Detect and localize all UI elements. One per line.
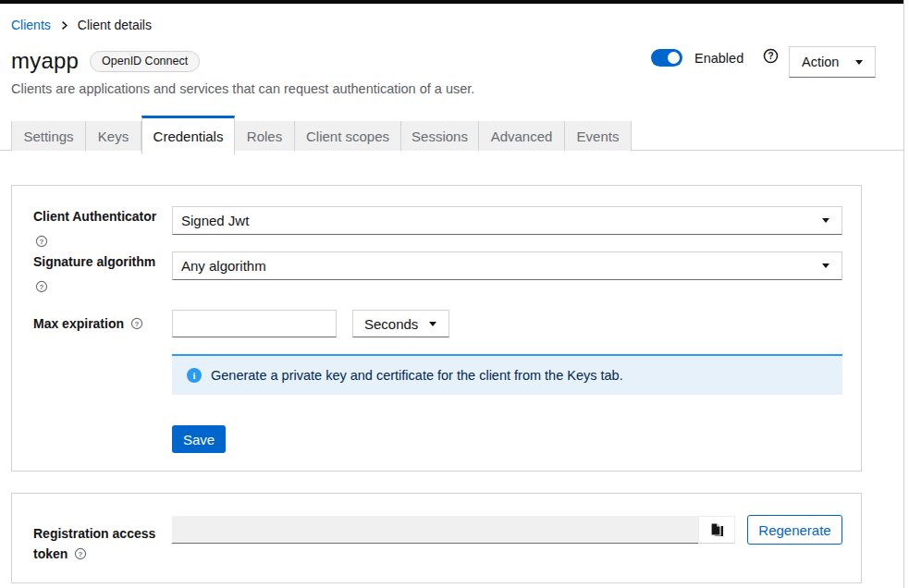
svg-text:?: ?	[40, 238, 44, 246]
registration-token-card: Registration access token ? Regenerate	[11, 493, 862, 583]
max-expiration-label: Max expiration	[33, 316, 124, 331]
enabled-help-icon[interactable]: ?	[763, 48, 779, 67]
registration-token-label-line2-row: token ?	[33, 544, 87, 564]
registration-token-label-line2: token	[33, 544, 68, 564]
client-authenticator-select[interactable]: Signed Jwt	[172, 206, 842, 235]
client-authenticator-label: Client Authenticator	[33, 209, 156, 224]
info-icon: i	[187, 368, 202, 383]
max-expiration-field-wrap	[172, 310, 337, 337]
max-expiration-unit-caret-icon	[429, 322, 436, 326]
svg-text:?: ?	[79, 550, 83, 558]
max-expiration-unit-value: Seconds	[364, 316, 418, 332]
svg-text:?: ?	[768, 51, 773, 61]
tab-credentials[interactable]: Credentials	[141, 116, 235, 154]
signature-algorithm-select[interactable]: Any algorithm	[172, 251, 842, 280]
tab-settings[interactable]: Settings	[11, 121, 86, 151]
toggle-knob	[668, 52, 680, 64]
svg-text:?: ?	[135, 320, 140, 328]
info-alert-text: Generate a private key and certificate f…	[211, 368, 623, 383]
breadcrumb: Clients Client details	[11, 18, 152, 32]
enabled-toggle[interactable]	[651, 49, 682, 67]
tab-roles[interactable]: Roles	[235, 121, 295, 151]
tab-events[interactable]: Events	[565, 121, 632, 151]
registration-token-readonly-input	[172, 516, 698, 544]
breadcrumb-clients-link[interactable]: Clients	[11, 18, 51, 32]
copy-button[interactable]	[698, 516, 735, 544]
signature-algorithm-caret-icon	[822, 263, 829, 268]
signature-algorithm-help-icon[interactable]: ?	[35, 280, 48, 293]
enabled-label: Enabled	[694, 51, 743, 66]
registration-token-help-icon[interactable]: ?	[74, 547, 87, 560]
max-expiration-unit-select[interactable]: Seconds	[352, 310, 449, 337]
page-subtitle: Clients are applications and services th…	[11, 81, 474, 96]
action-dropdown-label: Action	[802, 55, 839, 69]
tab-sessions[interactable]: Sessions	[401, 121, 479, 151]
client-details-page: Clients Client details myapp OpenID Conn…	[0, 0, 909, 588]
breadcrumb-current: Client details	[78, 18, 152, 32]
svg-text:?: ?	[40, 283, 44, 291]
regenerate-button[interactable]: Regenerate	[747, 515, 842, 545]
registration-token-input-group	[172, 516, 735, 544]
action-caret-icon	[855, 60, 863, 65]
tab-advanced[interactable]: Advanced	[479, 121, 565, 151]
save-button[interactable]: Save	[172, 425, 226, 453]
tab-client-scopes[interactable]: Client scopes	[295, 121, 401, 151]
credentials-card: Client Authenticator ? Signed Jwt Signat…	[11, 185, 862, 472]
max-expiration-input[interactable]	[181, 316, 327, 332]
tab-keys[interactable]: Keys	[86, 121, 141, 151]
action-dropdown[interactable]: Action	[789, 46, 876, 78]
client-tabs: Settings Keys Credentials Roles Client s…	[0, 116, 903, 151]
copy-icon	[710, 522, 724, 537]
signature-algorithm-label: Signature algorithm	[33, 254, 155, 269]
page-title: myapp	[11, 48, 79, 74]
page-header: myapp OpenID Connect	[11, 48, 200, 74]
info-alert: i Generate a private key and certificate…	[172, 354, 842, 395]
max-expiration-help-icon[interactable]: ?	[130, 317, 143, 330]
masthead-edge	[0, 0, 903, 4]
client-authenticator-help-icon[interactable]: ?	[35, 235, 48, 248]
client-authenticator-value: Signed Jwt	[181, 213, 249, 228]
page-right-border	[903, 0, 904, 588]
svg-text:i: i	[193, 371, 196, 381]
signature-algorithm-value: Any algorithm	[181, 258, 266, 274]
client-authenticator-caret-icon	[822, 218, 829, 223]
breadcrumb-chevron-icon	[59, 20, 69, 31]
registration-token-label-line1: Registration access	[33, 526, 155, 541]
max-expiration-label-row: Max expiration ?	[33, 316, 143, 331]
registration-token-label: Registration access token ?	[33, 523, 163, 564]
protocol-badge: OpenID Connect	[90, 51, 200, 72]
